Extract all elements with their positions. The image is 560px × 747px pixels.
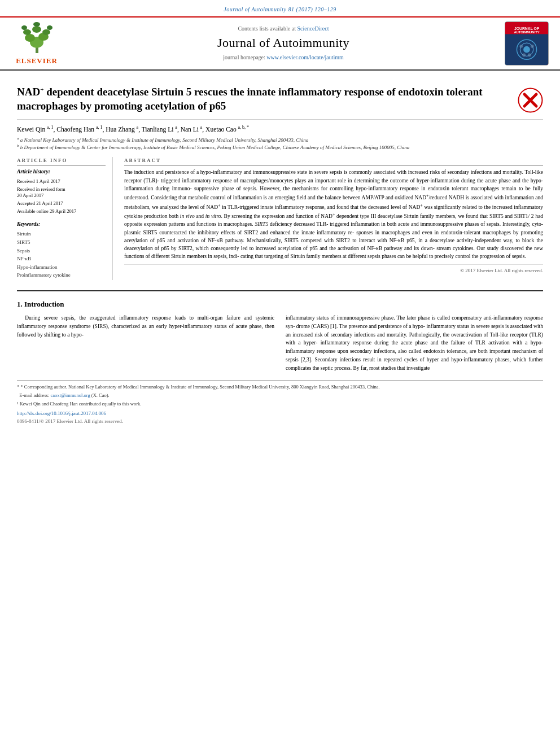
keyword-proinflammatory: Proinflammatory cytokine (17, 272, 106, 279)
issn-line: 0896-8411/© 2017 Elsevier Ltd. All right… (17, 418, 543, 425)
abstract-text: The induction and persistence of a hypo-… (124, 168, 543, 260)
svg-point-20 (528, 53, 531, 56)
svg-point-7 (21, 25, 27, 30)
intro-left-text: During severe sepsis, the exaggerated in… (17, 314, 274, 339)
svg-text:JOURNAL OF: JOURNAL OF (514, 27, 539, 30)
equal-contrib-footnote: ¹ Kewei Qin and Chaofeng Han contributed… (17, 401, 543, 408)
abstract-column: ABSTRACT The induction and persistence o… (124, 157, 543, 280)
svg-point-16 (523, 46, 530, 53)
email-link[interactable]: caoxt@immunol.org (50, 392, 90, 398)
introduction-section: 1. Introduction During severe sepsis, th… (17, 299, 543, 372)
article-title-section: NAD+ dependent deacetylase Sirtuin 5 res… (17, 85, 543, 120)
keyword-nfkb: NF-κB (17, 255, 106, 263)
keyword-sirt5: SIRT5 (17, 239, 106, 246)
keywords-section: Keywords: Sirtuin SIRT5 Sepsis NF-κB Hyp… (17, 221, 106, 279)
svg-text:AUTOIMMUNITY: AUTOIMMUNITY (514, 30, 539, 34)
received-date: Received 1 April 2017 (17, 178, 106, 185)
elsevier-tree-icon (19, 21, 55, 55)
copyright-line: © 2017 Elsevier Ltd. All rights reserved… (124, 264, 543, 274)
affiliations: a a National Key Laboratory of Medical I… (17, 136, 543, 151)
keyword-sirtuin: Sirtuin (17, 230, 106, 238)
received-revised-date: Received in revised form20 April 2017 (17, 186, 106, 200)
journal-main-title: Journal of Autoimmunity (62, 34, 505, 52)
svg-point-8 (47, 25, 53, 30)
journal-top-name: Journal of Autoimmunity 81 (2017) 120–12… (224, 6, 336, 12)
svg-point-9 (33, 22, 40, 27)
svg-point-5 (32, 26, 41, 33)
intro-right-col: inflammatory status of immunosuppressive… (286, 314, 543, 372)
elsevier-brand-text: ELSEVIER (16, 56, 58, 66)
crossmark-icon[interactable] (518, 88, 543, 113)
keyword-hypo-inflammation: Hypo-inflammation (17, 264, 106, 271)
svg-point-4 (23, 29, 31, 35)
elsevier-logo: ELSEVIER (11, 21, 62, 66)
email-footnote: E-mail address: caoxt@immunol.org (X. Ca… (17, 392, 543, 399)
svg-point-17 (519, 45, 523, 48)
intro-left-col: During severe sepsis, the exaggerated in… (17, 314, 274, 372)
article-history-label: Article history: (17, 168, 106, 176)
autoimmunity-logo-box: JOURNAL OF AUTOIMMUNITY (505, 21, 549, 65)
journal-top-bar: Journal of Autoimmunity 81 (2017) 120–12… (0, 0, 560, 18)
abstract-header: ABSTRACT (124, 157, 543, 166)
intro-right-text: inflammatory status of immunosuppressive… (286, 314, 543, 372)
svg-point-18 (531, 45, 534, 48)
section-title: 1. Introduction (17, 299, 543, 309)
section-divider (17, 290, 543, 291)
keyword-sepsis: Sepsis (17, 247, 106, 255)
content-header: ELSEVIER Contents lists available at Sci… (0, 18, 560, 71)
journal-homepage-link[interactable]: www.elsevier.com/locate/jautimm (266, 54, 344, 60)
header-center: Contents lists available at ScienceDirec… (62, 25, 505, 62)
article-info-header: ARTICLE INFO (17, 157, 106, 166)
article-title: NAD+ dependent deacetylase Sirtuin 5 res… (17, 85, 518, 113)
svg-point-19 (522, 53, 526, 56)
autoimmunity-logo-icon: JOURNAL OF AUTOIMMUNITY (505, 22, 549, 65)
article-info-column: ARTICLE INFO Article history: Received 1… (17, 157, 113, 280)
svg-point-6 (42, 29, 50, 35)
doi-link[interactable]: http://dx.doi.org/10.1016/j.jaut.2017.04… (17, 410, 543, 417)
keywords-label: Keywords: (17, 221, 106, 228)
corresponding-footnote: * * Corresponding author. National Key L… (17, 384, 543, 391)
sciencedirect-link[interactable]: ScienceDirect (297, 25, 329, 32)
journal-homepage-line: journal homepage: www.elsevier.com/locat… (62, 54, 505, 62)
authors-line: Kewei Qin a, 1, Chaofeng Han a, 1, Hua Z… (17, 124, 543, 134)
contents-line: Contents lists available at ScienceDirec… (62, 25, 505, 33)
available-online-date: Available online 29 April 2017 (17, 208, 106, 215)
footnotes-section: * * Corresponding author. National Key L… (17, 380, 543, 425)
accepted-date: Accepted 21 April 2017 (17, 200, 106, 207)
svg-point-2 (25, 34, 35, 42)
